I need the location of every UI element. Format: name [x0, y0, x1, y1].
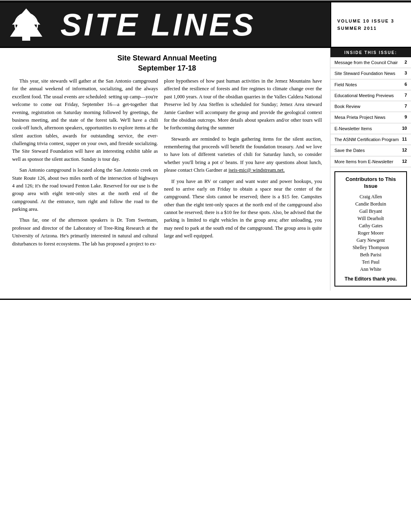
page: SITE LINES VOLUME 10 ISSUE 3 SUMMER 2011…: [0, 0, 411, 532]
contributor-name: Teri Paul: [339, 258, 402, 266]
editors-note: The Editors thank you.: [339, 276, 402, 282]
article-title: Site Steward Annual Meeting: [12, 54, 322, 62]
toc-row: Save the Dates12: [330, 145, 411, 156]
header: SITE LINES VOLUME 10 ISSUE 3 SUMMER 2011: [0, 2, 411, 48]
contributors-list: Craig AllenCandie BorduinGail BryantWill…: [339, 193, 402, 273]
article-para-3: Thus far, one of the afternoon speakers …: [12, 216, 158, 248]
site-lines-title-area: SITE LINES: [52, 2, 330, 47]
contributor-name: Gail Bryant: [339, 208, 402, 215]
contributors-title: Contributors to This Issue: [339, 176, 402, 190]
logo-area: [0, 2, 52, 47]
toc-row: Book Review7: [330, 101, 411, 112]
email-link: jseis-mic@ windstream.net.: [228, 167, 285, 173]
article-col-left: This year, site stewards will gather at …: [12, 77, 158, 251]
toc-row: Site Steward Foundation News3: [330, 68, 411, 79]
article-para-4: plore hypotheses of how past human activ…: [164, 77, 322, 132]
article-para-2: San Antonio campground is located along …: [12, 166, 158, 213]
header-info-area: VOLUME 10 ISSUE 3 SUMMER 2011: [330, 2, 411, 47]
toc-item-page: 3: [405, 71, 407, 75]
toc-item-page: 7: [405, 93, 407, 98]
toc-row: Message from the Council Chair2: [330, 57, 411, 68]
toc-item-page: 12: [402, 148, 407, 152]
publication-title: SITE LINES: [60, 9, 256, 40]
toc-item-label: Educational Meeting Previews: [334, 93, 405, 98]
contributor-name: Candie Borduin: [339, 200, 402, 208]
article-para-1: This year, site stewards will gather at …: [12, 77, 158, 163]
table-of-contents: Message from the Council Chair2Site Stew…: [330, 57, 411, 167]
contributor-name: Shelley Thompson: [339, 244, 402, 251]
article-columns: This year, site stewards will gather at …: [12, 77, 322, 251]
toc-row: Field Notes6: [330, 79, 411, 90]
logo-icon: [6, 6, 46, 43]
article-para-6: If you have an RV or camper and want wat…: [164, 178, 322, 240]
contributor-name: Roger Moore: [339, 229, 402, 237]
right-sidebar: INSIDE THIS ISSUE: Message from the Coun…: [330, 48, 411, 291]
article-area: Site Steward Annual Meeting September 17…: [0, 48, 330, 291]
contributor-name: Craig Allen: [339, 193, 402, 200]
toc-item-label: More Items from E-Newsletter: [334, 159, 402, 164]
toc-item-label: Mesa Prieta Project News: [334, 114, 405, 120]
toc-row: More Items from E-Newsletter12: [330, 156, 411, 167]
toc-row: E-Newsletter Items10: [330, 123, 411, 134]
contributor-name: Will Dearholt: [339, 215, 402, 222]
volume-label: VOLUME 10 ISSUE 3: [337, 19, 405, 23]
toc-item-page: 9: [405, 114, 407, 119]
toc-item-page: 12: [402, 159, 407, 164]
toc-row: The ASNM Certification Program11: [330, 134, 411, 145]
page-bottom-border: [0, 299, 411, 300]
main-content: Site Steward Annual Meeting September 17…: [0, 48, 411, 291]
article-col-right: plore hypotheses of how past human activ…: [164, 77, 322, 251]
toc-item-page: 7: [405, 104, 407, 108]
toc-item-label: Book Review: [334, 104, 405, 109]
toc-item-label: E-Newsletter Items: [334, 126, 402, 131]
toc-item-label: Save the Dates: [334, 148, 402, 153]
article-subtitle: September 17-18: [12, 64, 322, 73]
toc-row: Mesa Prieta Project News9: [330, 112, 411, 123]
toc-item-page: 11: [402, 137, 407, 141]
toc-row: Educational Meeting Previews7: [330, 90, 411, 101]
toc-item-label: Message from the Council Chair: [334, 60, 405, 65]
top-accent-thin: [0, 0, 411, 0]
toc-item-page: 10: [402, 126, 407, 131]
contributor-name: Cathy Gates: [339, 222, 402, 229]
contributor-name: Gary Newgent: [339, 237, 402, 244]
toc-item-page: 6: [405, 82, 407, 87]
toc-item-label: Site Steward Foundation News: [334, 71, 405, 76]
toc-item-page: 2: [405, 60, 407, 64]
toc-item-label: The ASNM Certification Program: [334, 137, 402, 142]
inside-issue-header: INSIDE THIS ISSUE:: [330, 48, 411, 57]
toc-item-label: Field Notes: [334, 82, 405, 87]
contributor-name: Beth Parisi: [339, 251, 402, 258]
contributor-name: Ann White: [339, 266, 402, 273]
article-para-5: Stewards are reminded to begin gathering…: [164, 135, 322, 175]
season-label: SUMMER 2011: [337, 26, 405, 31]
contributors-box: Contributors to This Issue Craig AllenCa…: [334, 171, 407, 287]
